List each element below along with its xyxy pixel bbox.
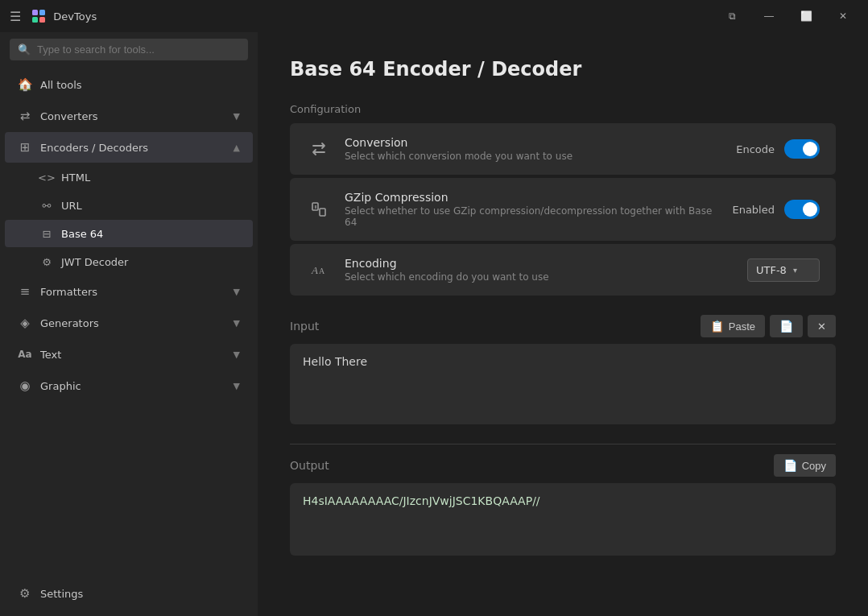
conversion-icon (306, 136, 332, 162)
sidebar-item-label: Settings (40, 588, 240, 600)
gzip-control: Enabled (732, 200, 820, 219)
sidebar-subitem-jwt[interactable]: ⚙ JWT Decoder (5, 248, 253, 275)
paste-button[interactable]: 📋 Paste (701, 315, 765, 337)
sidebar-item-label: Text (40, 349, 225, 361)
text-icon: Aa (18, 347, 32, 362)
copy-icon: 📄 (779, 320, 793, 333)
input-section: Input 📋 Paste 📄 ✕ (290, 315, 836, 428)
copy-icon: 📄 (783, 459, 797, 472)
sidebar-item-encoders-decoders[interactable]: ⊞ Encoders / Decoders ▲ (5, 132, 253, 163)
sidebar-subitem-html[interactable]: <> HTML (5, 163, 253, 191)
chevron-down-icon: ▼ (234, 287, 240, 297)
chevron-down-icon: ▼ (234, 318, 240, 329)
gzip-icon (306, 196, 332, 222)
sidebar-item-label: Generators (40, 317, 225, 329)
conversion-control-label: Encode (736, 143, 775, 155)
html-icon: <> (40, 171, 53, 184)
base64-icon: ⊟ (40, 227, 53, 240)
sidebar-subitem-url[interactable]: ⚯ URL (5, 192, 253, 219)
sidebar-item-label: Graphic (40, 380, 225, 392)
conversion-control: Encode (736, 139, 820, 159)
home-icon: 🏠 (18, 77, 32, 92)
svg-rect-0 (32, 10, 38, 15)
converters-icon: ⇄ (18, 109, 32, 123)
search-bar: 🔍 (0, 32, 258, 67)
input-clear-button[interactable]: ✕ (808, 315, 836, 337)
close-button[interactable]: ✕ (825, 3, 862, 29)
svg-rect-3 (39, 17, 45, 23)
maximize-button[interactable]: ⬜ (787, 3, 825, 29)
titlebar-controls: ⧉ — ⬜ ✕ (713, 3, 862, 29)
sidebar-bottom: ⚙ Settings (0, 577, 258, 616)
titlebar-left: ☰ DevToys (6, 6, 97, 27)
snap-button[interactable]: ⧉ (713, 3, 750, 29)
output-section: Output 📄 Copy (290, 454, 836, 559)
gzip-toggle[interactable] (784, 200, 820, 219)
sidebar: 🔍 🏠 All tools ⇄ Converters ▼ ⊞ Encoders … (0, 32, 258, 616)
config-section: Configuration Conversion Select which co… (290, 103, 836, 296)
paste-label: Paste (729, 320, 755, 333)
menu-icon[interactable]: ☰ (6, 6, 24, 27)
sidebar-item-all-tools[interactable]: 🏠 All tools (5, 69, 253, 100)
conversion-desc: Select which conversion mode you want to… (345, 151, 723, 162)
sidebar-subitem-label: Base 64 (61, 228, 103, 240)
generators-icon: ◈ (18, 316, 32, 330)
sidebar-subitem-label: URL (61, 200, 82, 212)
titlebar: ☰ DevToys ⧉ — ⬜ ✕ (0, 0, 868, 32)
chevron-down-icon: ▼ (234, 349, 240, 360)
sidebar-item-formatters[interactable]: ≡ Formatters ▼ (5, 276, 253, 307)
sidebar-subitem-label: JWT Decoder (61, 256, 128, 268)
chevron-right-icon: ▼ (234, 111, 240, 122)
nav-section: 🏠 All tools ⇄ Converters ▼ ⊞ Encoders / … (0, 68, 258, 402)
input-textarea[interactable] (290, 344, 836, 424)
gzip-title: GZip Compression (345, 191, 719, 204)
minimize-button[interactable]: — (750, 3, 787, 29)
search-input-wrap[interactable]: 🔍 (10, 39, 248, 60)
conversion-info: Conversion Select which conversion mode … (345, 136, 723, 162)
svg-text:A: A (311, 264, 318, 276)
search-input[interactable] (37, 43, 240, 56)
app-title: DevToys (53, 10, 97, 23)
sidebar-item-settings[interactable]: ⚙ Settings (5, 578, 253, 609)
sidebar-item-text[interactable]: Aa Text ▼ (5, 339, 253, 370)
sidebar-item-label: Converters (40, 110, 225, 122)
output-textarea (290, 483, 836, 556)
sidebar-item-generators[interactable]: ◈ Generators ▼ (5, 308, 253, 338)
main-content: Base 64 Encoder / Decoder Configuration … (258, 32, 868, 616)
toggle-thumb (803, 202, 817, 217)
chevron-down-icon: ▲ (234, 143, 240, 153)
output-copy-button[interactable]: 📄 Copy (774, 454, 836, 477)
sidebar-item-label: Formatters (40, 286, 225, 298)
conversion-toggle[interactable] (784, 139, 820, 159)
encoding-info: Encoding Select which encoding do you wa… (345, 257, 734, 283)
input-copy-button[interactable]: 📄 (770, 315, 803, 337)
svg-rect-2 (32, 17, 38, 23)
app-body: 🔍 🏠 All tools ⇄ Converters ▼ ⊞ Encoders … (0, 32, 868, 616)
io-divider (290, 444, 836, 444)
gzip-desc: Select whether to use GZip compression/d… (345, 205, 719, 228)
sidebar-subitem-label: HTML (61, 172, 90, 184)
graphic-icon: ◉ (18, 378, 32, 393)
input-actions: 📋 Paste 📄 ✕ (701, 315, 836, 337)
config-section-title: Configuration (290, 103, 836, 115)
sidebar-subitem-base64[interactable]: ⊟ Base 64 (5, 220, 253, 247)
encoding-select[interactable]: UTF-8 ▾ (747, 258, 820, 282)
encoding-control: UTF-8 ▾ (747, 258, 820, 282)
settings-icon: ⚙ (18, 586, 32, 601)
paste-icon: 📋 (710, 320, 724, 333)
app-icon (31, 8, 47, 24)
output-header: Output 📄 Copy (290, 454, 836, 477)
sidebar-item-graphic[interactable]: ◉ Graphic ▼ (5, 370, 253, 401)
gzip-card: GZip Compression Select whether to use G… (290, 178, 836, 241)
input-label: Input (290, 320, 319, 333)
sidebar-item-label: Encoders / Decoders (40, 142, 225, 154)
encoders-icon: ⊞ (18, 140, 32, 155)
encoding-title: Encoding (345, 257, 734, 270)
toggle-thumb (803, 142, 817, 156)
conversion-card: Conversion Select which conversion mode … (290, 123, 836, 175)
output-actions: 📄 Copy (774, 454, 836, 477)
encoding-desc: Select which encoding do you want to use (345, 271, 734, 283)
encoding-card: A A Encoding Select which encoding do yo… (290, 244, 836, 296)
sidebar-item-converters[interactable]: ⇄ Converters ▼ (5, 101, 253, 131)
clear-icon: ✕ (817, 320, 826, 333)
